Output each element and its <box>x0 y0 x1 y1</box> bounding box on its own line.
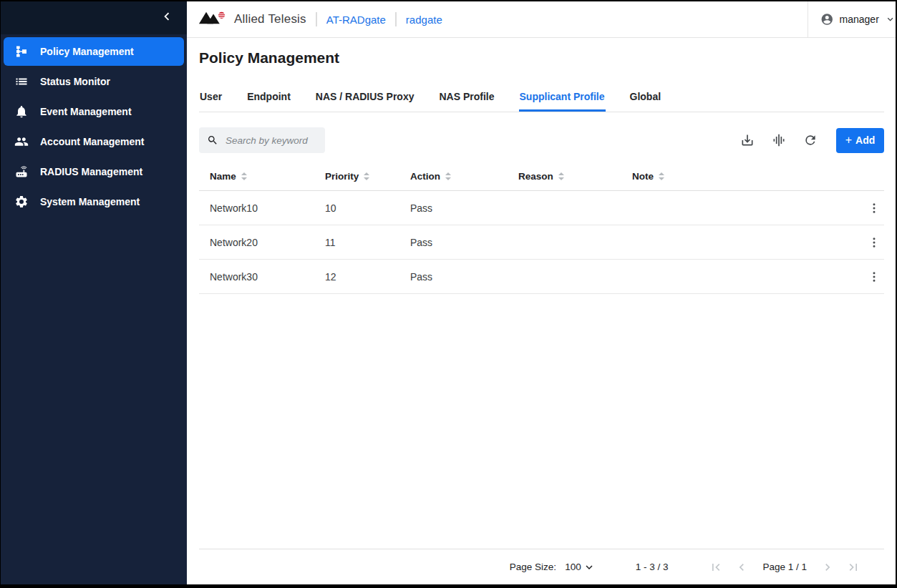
kebab-icon <box>868 236 881 249</box>
router-icon <box>14 164 29 180</box>
cell-name: Network30 <box>210 271 325 283</box>
toolbar-actions: + Add <box>735 128 884 153</box>
previous-page-button[interactable] <box>734 559 750 575</box>
download-button[interactable] <box>735 129 759 152</box>
search-box <box>199 127 325 153</box>
search-input[interactable] <box>224 134 317 147</box>
cell-name: Network20 <box>210 237 325 248</box>
chevron-right-icon <box>820 560 835 574</box>
column-header-priority[interactable]: Priority <box>325 171 410 182</box>
graphic-eq-icon <box>772 133 786 147</box>
sidebar-item-label: Status Monitor <box>40 76 110 87</box>
column-header-note[interactable]: Note <box>632 171 858 182</box>
last-page-button[interactable] <box>845 559 861 575</box>
cell-priority: 11 <box>325 237 410 248</box>
chevron-down-icon <box>583 561 596 574</box>
chevron-left-icon <box>159 9 175 27</box>
column-header-reason[interactable]: Reason <box>518 171 632 182</box>
people-icon <box>14 134 29 150</box>
page-title: Policy Management <box>199 49 884 67</box>
app-window: Policy Management Status Monitor Event M… <box>0 0 897 588</box>
search-icon <box>207 134 218 146</box>
list-icon <box>14 74 29 89</box>
sidebar-header <box>1 1 187 34</box>
tab-endpoint[interactable]: Endpoint <box>246 84 291 112</box>
sidebar-item-radius-management[interactable]: RADIUS Management <box>4 157 184 186</box>
sidebar-item-label: RADIUS Management <box>40 166 142 177</box>
sort-icon <box>558 172 564 180</box>
page-size-select[interactable]: 100 <box>565 561 596 574</box>
first-page-icon <box>709 560 723 574</box>
last-page-icon <box>846 560 860 574</box>
sort-icon <box>659 172 664 180</box>
sort-icon <box>241 172 247 180</box>
tab-nas-radius-proxy[interactable]: NAS / RADIUS Proxy <box>315 84 415 112</box>
refresh-button[interactable] <box>798 129 822 152</box>
page-content: Policy Management User Endpoint NAS / RA… <box>187 38 896 584</box>
bell-icon <box>14 104 29 119</box>
sidebar-nav: Policy Management Status Monitor Event M… <box>1 34 187 217</box>
chevron-left-icon <box>734 560 749 574</box>
sidebar-collapse-button[interactable] <box>157 8 177 28</box>
policy-tree-icon <box>14 44 29 59</box>
sidebar: Policy Management Status Monitor Event M… <box>1 1 187 584</box>
cell-action: Pass <box>410 271 518 283</box>
row-range-indicator: 1 - 3 / 3 <box>636 562 669 572</box>
plus-icon: + <box>845 134 852 146</box>
add-button[interactable]: + Add <box>836 128 884 153</box>
cell-action: Pass <box>410 202 518 214</box>
page-size-control: Page Size: 100 <box>510 561 596 574</box>
tab-nas-profile[interactable]: NAS Profile <box>439 84 495 112</box>
sidebar-item-account-management[interactable]: Account Management <box>4 127 184 156</box>
table-row: Network10 10 Pass <box>199 191 884 225</box>
host-link[interactable]: radgate <box>406 14 442 26</box>
column-header-name[interactable]: Name <box>210 171 325 182</box>
sidebar-item-label: Event Management <box>40 106 132 117</box>
first-page-button[interactable] <box>708 559 724 575</box>
row-menu-button[interactable] <box>864 198 884 218</box>
main-area: Allied Telesis AT-RADgate radgate manage… <box>187 1 896 584</box>
top-bar: Allied Telesis AT-RADgate radgate manage… <box>187 1 896 38</box>
page-indicator: Page 1 / 1 <box>762 562 807 572</box>
kebab-icon <box>868 270 881 283</box>
table-header-row: Name Priority Action Reason <box>199 162 884 191</box>
allied-telesis-logo-icon <box>199 10 229 29</box>
tab-user[interactable]: User <box>199 84 223 112</box>
gear-icon <box>14 194 29 210</box>
column-header-action[interactable]: Action <box>410 171 518 182</box>
sidebar-item-label: Policy Management <box>40 46 134 57</box>
sort-icon <box>364 172 369 180</box>
page-size-value: 100 <box>565 562 581 572</box>
next-page-button[interactable] <box>820 559 835 575</box>
cell-name: Network10 <box>210 202 325 214</box>
table-row: Network20 11 Pass <box>199 225 884 260</box>
sidebar-item-status-monitor[interactable]: Status Monitor <box>4 67 184 96</box>
sidebar-item-system-management[interactable]: System Management <box>4 187 184 216</box>
tab-global[interactable]: Global <box>629 84 662 112</box>
add-button-label: Add <box>855 134 875 146</box>
column-settings-button[interactable] <box>767 129 790 152</box>
row-menu-button[interactable] <box>864 232 884 253</box>
table-row: Network30 12 Pass <box>199 260 884 294</box>
product-link[interactable]: AT-RADgate <box>326 14 386 26</box>
header-divider <box>316 12 317 26</box>
row-menu-button[interactable] <box>864 267 884 287</box>
sidebar-item-label: System Management <box>40 196 140 207</box>
page-size-label: Page Size: <box>510 562 556 572</box>
cell-priority: 12 <box>325 271 410 283</box>
sidebar-item-event-management[interactable]: Event Management <box>4 97 184 126</box>
user-menu[interactable]: manager <box>808 1 896 37</box>
tab-bar: User Endpoint NAS / RADIUS Proxy NAS Pro… <box>199 84 884 112</box>
pager: Page 1 / 1 <box>708 559 861 575</box>
user-name: manager <box>840 14 879 25</box>
brand: Allied Telesis <box>199 10 306 29</box>
sidebar-item-policy-management[interactable]: Policy Management <box>4 37 184 66</box>
tab-supplicant-profile[interactable]: Supplicant Profile <box>519 84 606 112</box>
download-icon <box>740 133 755 147</box>
cell-action: Pass <box>410 237 518 248</box>
table-footer: Page Size: 100 1 - 3 / 3 Page 1 / 1 <box>199 549 884 584</box>
user-avatar-icon <box>820 11 834 27</box>
sidebar-item-label: Account Management <box>40 136 144 147</box>
chevron-down-icon <box>885 13 896 26</box>
header-divider <box>395 12 397 26</box>
